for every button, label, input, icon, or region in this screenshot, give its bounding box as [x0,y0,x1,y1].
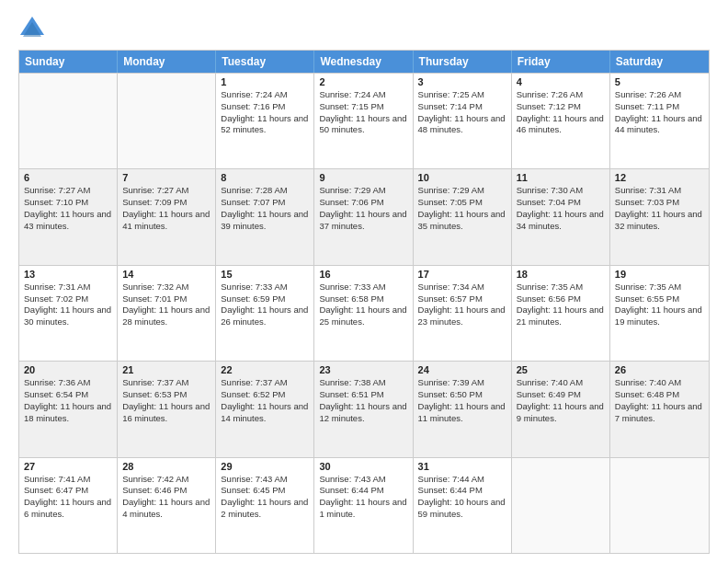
day-number: 15 [221,269,309,280]
sunrise-text: Sunrise: 7:29 AM [418,185,506,197]
day-number: 31 [418,461,506,472]
cal-cell: 22Sunrise: 7:37 AMSunset: 6:52 PMDayligh… [216,362,314,456]
day-number: 9 [319,172,407,183]
header-day-friday: Friday [512,51,610,73]
day-number: 17 [418,269,506,280]
daylight-text: Daylight: 11 hours and 34 minutes. [517,209,605,233]
sunrise-text: Sunrise: 7:27 AM [122,185,210,197]
day-number: 22 [221,364,309,375]
cal-cell: 21Sunrise: 7:37 AMSunset: 6:53 PMDayligh… [118,362,216,456]
cal-cell: 13Sunrise: 7:31 AMSunset: 7:02 PMDayligh… [19,266,118,361]
day-number: 30 [319,461,407,472]
sunrise-text: Sunrise: 7:40 AM [615,377,704,389]
day-number: 5 [615,76,704,87]
daylight-text: Daylight: 11 hours and 18 minutes. [24,401,112,425]
cal-cell: 11Sunrise: 7:30 AMSunset: 7:04 PMDayligh… [512,169,610,264]
sunset-text: Sunset: 6:45 PM [221,485,309,497]
sunset-text: Sunset: 6:46 PM [122,485,210,497]
sunrise-text: Sunrise: 7:40 AM [517,377,605,389]
day-number: 8 [221,172,309,183]
day-number: 11 [517,172,605,183]
daylight-text: Daylight: 11 hours and 7 minutes. [615,401,704,425]
daylight-text: Daylight: 11 hours and 16 minutes. [122,401,210,425]
cal-cell: 1Sunrise: 7:24 AMSunset: 7:16 PMDaylight… [216,74,314,168]
logo-icon [18,15,46,40]
cal-cell: 30Sunrise: 7:43 AMSunset: 6:44 PMDayligh… [314,458,413,553]
sunrise-text: Sunrise: 7:32 AM [122,282,210,293]
cal-cell: 19Sunrise: 7:35 AMSunset: 6:55 PMDayligh… [610,266,709,361]
cal-cell: 24Sunrise: 7:39 AMSunset: 6:50 PMDayligh… [414,362,512,456]
cal-cell [19,74,118,168]
week-row-3: 13Sunrise: 7:31 AMSunset: 7:02 PMDayligh… [19,265,709,361]
sunset-text: Sunset: 6:51 PM [319,389,407,401]
sunset-text: Sunset: 6:54 PM [24,389,112,401]
sunrise-text: Sunrise: 7:26 AM [615,89,704,101]
daylight-text: Daylight: 11 hours and 28 minutes. [122,304,210,328]
sunset-text: Sunset: 7:03 PM [615,197,704,209]
week-row-1: 1Sunrise: 7:24 AMSunset: 7:16 PMDaylight… [19,73,709,168]
cal-cell: 15Sunrise: 7:33 AMSunset: 6:59 PMDayligh… [216,266,314,361]
cal-cell: 25Sunrise: 7:40 AMSunset: 6:49 PMDayligh… [512,362,610,456]
sunrise-text: Sunrise: 7:37 AM [122,377,210,389]
day-number: 26 [615,364,704,375]
sunset-text: Sunset: 7:16 PM [221,101,309,113]
header-day-thursday: Thursday [414,51,512,73]
day-number: 18 [517,269,605,280]
sunrise-text: Sunrise: 7:25 AM [418,89,506,101]
cal-cell: 14Sunrise: 7:32 AMSunset: 7:01 PMDayligh… [118,266,216,361]
daylight-text: Daylight: 11 hours and 14 minutes. [221,401,309,425]
daylight-text: Daylight: 11 hours and 21 minutes. [517,304,605,328]
sunrise-text: Sunrise: 7:33 AM [319,282,407,293]
day-number: 21 [122,364,210,375]
cal-cell: 4Sunrise: 7:26 AMSunset: 7:12 PMDaylight… [512,74,610,168]
day-number: 25 [517,364,605,375]
cal-cell: 16Sunrise: 7:33 AMSunset: 6:58 PMDayligh… [314,266,413,361]
sunrise-text: Sunrise: 7:24 AM [319,89,407,101]
sunset-text: Sunset: 6:44 PM [418,485,506,497]
sunrise-text: Sunrise: 7:24 AM [221,89,309,101]
daylight-text: Daylight: 11 hours and 46 minutes. [517,113,605,137]
sunrise-text: Sunrise: 7:44 AM [418,474,506,486]
sunset-text: Sunset: 7:07 PM [221,197,309,209]
cal-cell: 8Sunrise: 7:28 AMSunset: 7:07 PMDaylight… [216,169,314,264]
sunrise-text: Sunrise: 7:33 AM [221,282,309,293]
cal-cell: 12Sunrise: 7:31 AMSunset: 7:03 PMDayligh… [610,169,709,264]
sunset-text: Sunset: 7:10 PM [24,197,112,209]
sunrise-text: Sunrise: 7:28 AM [221,185,309,197]
sunrise-text: Sunrise: 7:36 AM [24,377,112,389]
sunset-text: Sunset: 7:01 PM [122,293,210,305]
sunrise-text: Sunrise: 7:41 AM [24,474,112,486]
sunrise-text: Sunrise: 7:34 AM [418,282,506,293]
daylight-text: Daylight: 11 hours and 37 minutes. [319,209,407,233]
daylight-text: Daylight: 11 hours and 11 minutes. [418,401,506,425]
daylight-text: Daylight: 11 hours and 39 minutes. [221,209,309,233]
sunset-text: Sunset: 6:50 PM [418,389,506,401]
calendar-body: 1Sunrise: 7:24 AMSunset: 7:16 PMDaylight… [19,73,709,553]
header-day-saturday: Saturday [610,51,709,73]
sunset-text: Sunset: 7:09 PM [122,197,210,209]
sunset-text: Sunset: 7:06 PM [319,197,407,209]
day-number: 2 [319,76,407,87]
cal-cell: 2Sunrise: 7:24 AMSunset: 7:15 PMDaylight… [314,74,413,168]
day-number: 12 [615,172,704,183]
sunrise-text: Sunrise: 7:42 AM [122,474,210,486]
day-number: 14 [122,269,210,280]
cal-cell: 3Sunrise: 7:25 AMSunset: 7:14 PMDaylight… [414,74,512,168]
sunset-text: Sunset: 6:56 PM [517,293,605,305]
day-number: 13 [24,269,112,280]
daylight-text: Daylight: 11 hours and 48 minutes. [418,113,506,137]
cal-cell: 9Sunrise: 7:29 AMSunset: 7:06 PMDaylight… [314,169,413,264]
cal-cell [610,458,709,553]
daylight-text: Daylight: 11 hours and 26 minutes. [221,304,309,328]
header-day-wednesday: Wednesday [314,51,413,73]
calendar: SundayMondayTuesdayWednesdayThursdayFrid… [18,50,710,554]
day-number: 6 [24,172,112,183]
daylight-text: Daylight: 11 hours and 9 minutes. [517,401,605,425]
cal-cell: 29Sunrise: 7:43 AMSunset: 6:45 PMDayligh… [216,458,314,553]
sunset-text: Sunset: 6:58 PM [319,293,407,305]
daylight-text: Daylight: 11 hours and 25 minutes. [319,304,407,328]
day-number: 27 [24,461,112,472]
cal-cell: 10Sunrise: 7:29 AMSunset: 7:05 PMDayligh… [414,169,512,264]
sunset-text: Sunset: 7:15 PM [319,101,407,113]
sunset-text: Sunset: 6:48 PM [615,389,704,401]
